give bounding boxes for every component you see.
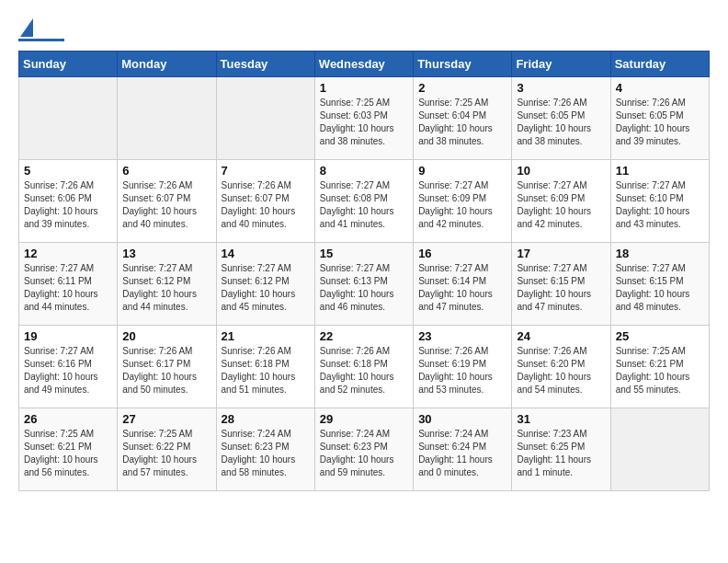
calendar-cell: 1Sunrise: 7:25 AMSunset: 6:03 PMDaylight… [314,77,413,160]
calendar-cell: 21Sunrise: 7:26 AMSunset: 6:18 PMDayligh… [216,326,314,408]
day-number: 12 [24,247,112,260]
day-info: Sunrise: 7:25 AMSunset: 6:21 PMDaylight:… [24,428,112,479]
day-number: 15 [320,247,408,260]
calendar-cell: 29Sunrise: 7:24 AMSunset: 6:23 PMDayligh… [314,408,413,491]
day-number: 26 [24,412,112,426]
calendar-cell: 10Sunrise: 7:27 AMSunset: 6:09 PMDayligh… [512,160,610,243]
calendar-cell [118,77,216,160]
calendar-cell: 3Sunrise: 7:26 AMSunset: 6:05 PMDaylight… [512,77,610,160]
day-info: Sunrise: 7:26 AMSunset: 6:07 PMDaylight:… [122,179,210,231]
calendar-cell: 30Sunrise: 7:24 AMSunset: 6:24 PMDayligh… [414,408,512,491]
day-number: 20 [122,329,210,343]
calendar-week-row: 5Sunrise: 7:26 AMSunset: 6:06 PMDaylight… [19,160,710,243]
day-info: Sunrise: 7:26 AMSunset: 6:07 PMDaylight:… [222,179,310,231]
day-number: 14 [222,247,310,260]
day-info: Sunrise: 7:27 AMSunset: 6:16 PMDaylight:… [24,345,112,396]
calendar-cell: 5Sunrise: 7:26 AMSunset: 6:06 PMDaylight… [19,160,118,243]
calendar-week-row: 26Sunrise: 7:25 AMSunset: 6:21 PMDayligh… [19,408,710,491]
day-number: 21 [222,329,310,343]
day-number: 1 [320,81,408,95]
calendar-table: SundayMondayTuesdayWednesdayThursdayFrid… [18,51,710,491]
day-number: 11 [616,164,704,178]
calendar-cell: 26Sunrise: 7:25 AMSunset: 6:21 PMDayligh… [19,408,118,491]
day-number: 3 [517,81,605,95]
day-info: Sunrise: 7:26 AMSunset: 6:05 PMDaylight:… [517,97,605,148]
weekday-header: Thursday [414,52,512,77]
day-number: 16 [418,247,506,260]
day-info: Sunrise: 7:26 AMSunset: 6:05 PMDaylight:… [616,97,704,148]
calendar-cell [610,408,709,491]
day-info: Sunrise: 7:27 AMSunset: 6:09 PMDaylight:… [418,179,506,231]
weekday-header: Sunday [19,52,118,77]
day-number: 5 [24,164,112,178]
day-number: 17 [517,247,605,260]
day-info: Sunrise: 7:27 AMSunset: 6:15 PMDaylight:… [616,262,704,314]
day-number: 2 [418,81,506,95]
weekday-header: Monday [118,52,216,77]
calendar-cell: 16Sunrise: 7:27 AMSunset: 6:14 PMDayligh… [414,243,512,326]
day-info: Sunrise: 7:24 AMSunset: 6:23 PMDaylight:… [320,428,408,479]
day-info: Sunrise: 7:27 AMSunset: 6:13 PMDaylight:… [320,262,408,314]
day-number: 10 [517,164,605,178]
day-number: 29 [320,412,408,426]
logo-triangle-icon [20,18,33,37]
day-number: 25 [616,329,704,343]
calendar-cell: 15Sunrise: 7:27 AMSunset: 6:13 PMDayligh… [314,243,413,326]
calendar-cell: 17Sunrise: 7:27 AMSunset: 6:15 PMDayligh… [512,243,610,326]
calendar-cell [19,77,118,160]
day-info: Sunrise: 7:25 AMSunset: 6:21 PMDaylight:… [616,345,704,396]
calendar-cell: 28Sunrise: 7:24 AMSunset: 6:23 PMDayligh… [216,408,314,491]
day-number: 31 [517,412,605,426]
calendar-cell: 9Sunrise: 7:27 AMSunset: 6:09 PMDaylight… [414,160,512,243]
day-number: 30 [418,412,506,426]
calendar-cell: 31Sunrise: 7:23 AMSunset: 6:25 PMDayligh… [512,408,610,491]
day-info: Sunrise: 7:27 AMSunset: 6:15 PMDaylight:… [517,262,605,314]
day-number: 24 [517,329,605,343]
calendar-cell: 2Sunrise: 7:25 AMSunset: 6:04 PMDaylight… [414,77,512,160]
calendar-cell: 11Sunrise: 7:27 AMSunset: 6:10 PMDayligh… [610,160,709,243]
day-info: Sunrise: 7:25 AMSunset: 6:03 PMDaylight:… [320,97,408,148]
calendar-week-row: 19Sunrise: 7:27 AMSunset: 6:16 PMDayligh… [19,326,710,408]
calendar-week-row: 12Sunrise: 7:27 AMSunset: 6:11 PMDayligh… [19,243,710,326]
day-info: Sunrise: 7:25 AMSunset: 6:04 PMDaylight:… [418,97,506,148]
calendar-cell: 27Sunrise: 7:25 AMSunset: 6:22 PMDayligh… [118,408,216,491]
calendar-cell: 7Sunrise: 7:26 AMSunset: 6:07 PMDaylight… [216,160,314,243]
day-number: 22 [320,329,408,343]
day-number: 28 [222,412,310,426]
calendar-cell: 8Sunrise: 7:27 AMSunset: 6:08 PMDaylight… [314,160,413,243]
day-info: Sunrise: 7:23 AMSunset: 6:25 PMDaylight:… [517,428,605,479]
calendar-week-row: 1Sunrise: 7:25 AMSunset: 6:03 PMDaylight… [19,77,710,160]
day-info: Sunrise: 7:26 AMSunset: 6:19 PMDaylight:… [418,345,506,396]
day-info: Sunrise: 7:27 AMSunset: 6:12 PMDaylight:… [222,262,310,314]
day-number: 9 [418,164,506,178]
calendar-cell: 4Sunrise: 7:26 AMSunset: 6:05 PMDaylight… [610,77,709,160]
day-number: 18 [616,247,704,260]
calendar-cell: 6Sunrise: 7:26 AMSunset: 6:07 PMDaylight… [118,160,216,243]
day-info: Sunrise: 7:27 AMSunset: 6:08 PMDaylight:… [320,179,408,231]
day-info: Sunrise: 7:27 AMSunset: 6:09 PMDaylight:… [517,179,605,231]
day-number: 4 [616,81,704,95]
day-info: Sunrise: 7:26 AMSunset: 6:20 PMDaylight:… [517,345,605,396]
day-number: 23 [418,329,506,343]
day-info: Sunrise: 7:24 AMSunset: 6:23 PMDaylight:… [222,428,310,479]
calendar-cell: 12Sunrise: 7:27 AMSunset: 6:11 PMDayligh… [19,243,118,326]
day-number: 13 [122,247,210,260]
day-info: Sunrise: 7:27 AMSunset: 6:10 PMDaylight:… [616,179,704,231]
day-info: Sunrise: 7:26 AMSunset: 6:06 PMDaylight:… [24,179,112,231]
weekday-header: Friday [512,52,610,77]
page-header [18,18,710,41]
calendar-cell: 19Sunrise: 7:27 AMSunset: 6:16 PMDayligh… [19,326,118,408]
calendar-cell [216,77,314,160]
day-number: 8 [320,164,408,178]
calendar-cell: 14Sunrise: 7:27 AMSunset: 6:12 PMDayligh… [216,243,314,326]
calendar-cell: 24Sunrise: 7:26 AMSunset: 6:20 PMDayligh… [512,326,610,408]
weekday-header: Tuesday [216,52,314,77]
calendar-header: SundayMondayTuesdayWednesdayThursdayFrid… [19,52,710,77]
logo [18,18,64,41]
day-info: Sunrise: 7:24 AMSunset: 6:24 PMDaylight:… [418,428,506,479]
weekday-header: Saturday [610,52,709,77]
logo-underline [18,39,64,41]
calendar-cell: 22Sunrise: 7:26 AMSunset: 6:18 PMDayligh… [314,326,413,408]
day-info: Sunrise: 7:25 AMSunset: 6:22 PMDaylight:… [122,428,210,479]
day-number: 6 [122,164,210,178]
